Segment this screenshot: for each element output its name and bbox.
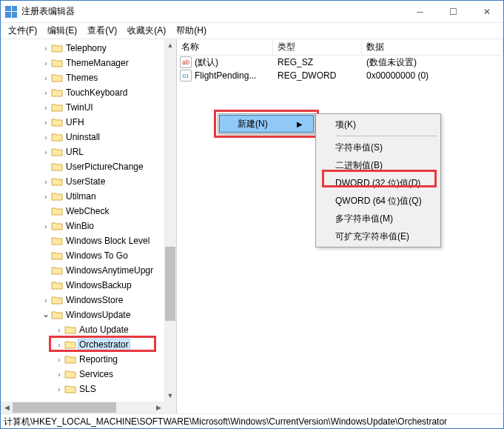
tree-item-label: SLS: [78, 383, 98, 395]
scroll-left-icon[interactable]: ◀: [1, 402, 13, 413]
tree-item-label: Windows To Go: [64, 250, 130, 262]
tree-item-label: URL: [64, 146, 85, 158]
context-new-label: 新建(N): [238, 118, 268, 130]
expand-icon[interactable]: ›: [41, 74, 51, 82]
tree-item[interactable]: ›UserPictureChange: [1, 159, 176, 174]
submenu-expand[interactable]: 可扩充字符串值(E): [317, 227, 439, 245]
menu-edit[interactable]: 编辑(E): [43, 23, 81, 39]
expand-icon[interactable]: ›: [41, 89, 51, 97]
titlebar: 注册表编辑器 ─ ☐ ✕: [1, 1, 503, 23]
tree-item[interactable]: ›UFH: [1, 115, 176, 130]
folder-icon: [51, 295, 63, 305]
tree-item[interactable]: ›WinBio: [1, 219, 176, 233]
submenu-key[interactable]: 项(K): [317, 116, 439, 133]
tree-item[interactable]: ›Auto Update: [1, 322, 176, 337]
tree-item[interactable]: ›WebCheck: [1, 204, 176, 219]
expand-icon[interactable]: ›: [41, 104, 51, 112]
tree-item[interactable]: ›Telephony: [1, 41, 176, 56]
tree-item[interactable]: ›TouchKeyboard: [1, 85, 176, 100]
expand-icon[interactable]: ›: [41, 178, 51, 186]
tree-vscrollbar[interactable]: ▲ ▼: [164, 39, 176, 413]
tree-item[interactable]: ›Themes: [1, 70, 176, 85]
binary-value-icon: 01: [180, 70, 192, 82]
expand-icon[interactable]: ›: [54, 341, 64, 349]
folder-icon: [64, 325, 76, 335]
tree-item[interactable]: ›URL: [1, 144, 176, 159]
scroll-down-icon[interactable]: ▼: [164, 390, 176, 402]
tree-item[interactable]: ⌄WindowsUpdate: [1, 307, 176, 322]
expand-icon[interactable]: ›: [41, 59, 51, 67]
menu-help[interactable]: 帮助(H): [172, 23, 211, 39]
submenu-binary[interactable]: 二进制值(B): [317, 156, 439, 174]
folder-icon: [51, 206, 63, 216]
expand-icon[interactable]: ›: [41, 296, 51, 305]
tree-item[interactable]: ›TwinUI: [1, 100, 176, 115]
folder-icon: [64, 369, 76, 379]
menu-file[interactable]: 文件(F): [4, 23, 41, 39]
value-name: (默认): [195, 56, 218, 69]
tree-item-label: Auto Update: [78, 324, 130, 336]
folder-icon: [51, 117, 63, 127]
list-row[interactable]: 01FlightPending...REG_DWORD0x00000000 (0…: [177, 69, 503, 82]
folder-icon: [51, 147, 63, 157]
expand-icon[interactable]: ›: [41, 222, 51, 230]
submenu-qword[interactable]: QWORD (64 位)值(Q): [317, 192, 439, 210]
expand-icon[interactable]: ›: [54, 326, 64, 334]
tree-item-label: TouchKeyboard: [64, 87, 129, 99]
tree-item-label: Windows Block Level: [64, 235, 151, 247]
tree-item[interactable]: ›Windows To Go: [1, 248, 176, 263]
expand-icon[interactable]: ›: [41, 133, 51, 142]
tree-hscrollbar[interactable]: ◀ ▶: [1, 402, 164, 413]
expand-icon[interactable]: ›: [54, 356, 64, 364]
submenu-separator: [335, 136, 437, 136]
submenu-dword[interactable]: DWORD (32 位)值(D): [317, 174, 439, 192]
tree-item[interactable]: ›Reporting: [1, 352, 176, 367]
tree-item[interactable]: ›Services: [1, 367, 176, 382]
tree-item[interactable]: ›Uninstall: [1, 130, 176, 144]
tree-item[interactable]: ›UserState: [1, 174, 176, 189]
tree-item-label: UFH: [64, 116, 86, 128]
context-item-new[interactable]: 新建(N) ▶: [219, 115, 314, 133]
tree-item[interactable]: ›Orchestrator: [1, 337, 176, 352]
tree-item-label: WindowsBackup: [64, 279, 133, 291]
tree-item[interactable]: ›Utilman: [1, 189, 176, 204]
close-button[interactable]: ✕: [470, 1, 503, 23]
tree-item[interactable]: ›WindowsAnytimeUpgr: [1, 263, 176, 278]
minimize-button[interactable]: ─: [403, 1, 437, 23]
tree-item[interactable]: ›Windows Block Level: [1, 233, 176, 248]
expand-icon[interactable]: ›: [41, 119, 51, 127]
scroll-right-icon[interactable]: ▶: [152, 402, 164, 413]
expand-icon[interactable]: ›: [41, 148, 51, 156]
tree-item[interactable]: ›SLS: [1, 382, 176, 396]
tree-item-label: Uninstall: [64, 131, 101, 143]
tree-item[interactable]: ›WindowsBackup: [1, 278, 176, 293]
tree-item-label: Orchestrator: [78, 339, 130, 350]
submenu-string[interactable]: 字符串值(S): [317, 139, 439, 156]
expand-icon[interactable]: ⌄: [41, 309, 51, 319]
folder-icon: [51, 236, 63, 246]
tree-item-label: ThemeManager: [64, 57, 130, 69]
tree-vscroll-thumb[interactable]: [165, 247, 175, 321]
expand-icon[interactable]: ›: [41, 44, 51, 53]
tree-item-label: UserPictureChange: [64, 161, 145, 173]
tree-item-label: Services: [78, 368, 115, 380]
submenu-multi[interactable]: 多字符串值(M): [317, 210, 439, 227]
col-type[interactable]: 类型: [273, 39, 362, 56]
menu-favorites[interactable]: 收藏夹(A): [123, 23, 170, 39]
value-name: FlightPending...: [195, 70, 256, 81]
tree-item[interactable]: ›ThemeManager: [1, 56, 176, 70]
maximize-button[interactable]: ☐: [437, 1, 470, 23]
tree-item-label: UserState: [64, 176, 107, 187]
expand-icon[interactable]: ›: [41, 193, 51, 201]
folder-icon: [51, 102, 63, 113]
tree-item-label: WinBio: [64, 220, 95, 232]
expand-icon[interactable]: ›: [54, 385, 64, 393]
tree-item[interactable]: ›WindowsStore: [1, 293, 176, 307]
scroll-up-icon[interactable]: ▲: [164, 39, 176, 51]
expand-icon[interactable]: ›: [54, 370, 64, 379]
value-data: 0x00000000 (0): [362, 68, 503, 83]
menu-view[interactable]: 查看(V): [83, 23, 121, 39]
tree-hscroll-thumb[interactable]: [13, 402, 116, 413]
folder-icon: [64, 384, 76, 394]
value-type: REG_SZ: [273, 55, 362, 70]
